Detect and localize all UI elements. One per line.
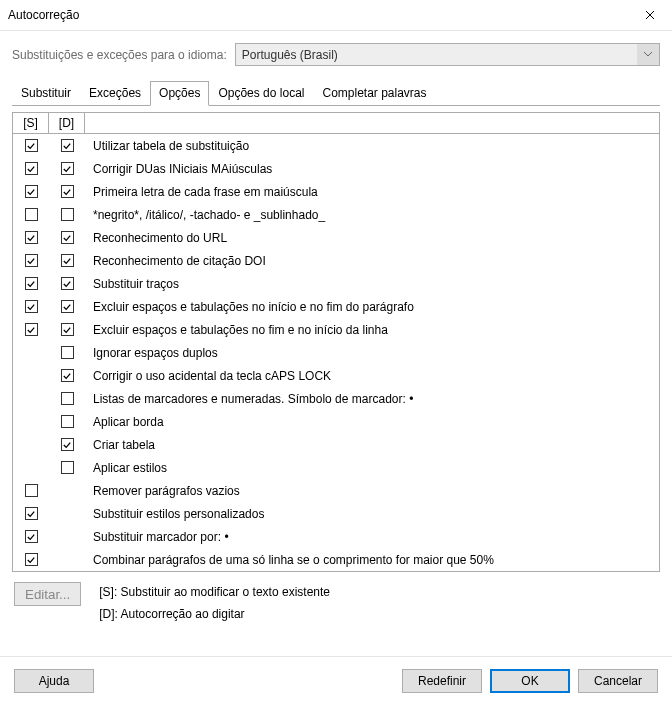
- cell-s: [13, 300, 49, 313]
- chevron-down-icon: [637, 44, 659, 65]
- checkbox-d[interactable]: [61, 277, 74, 290]
- editar-button[interactable]: Editar...: [14, 582, 81, 606]
- cell-d: [49, 461, 85, 474]
- language-label: Substituições e exceções para o idioma:: [12, 48, 227, 62]
- option-row: Primeira letra de cada frase em maiúscul…: [13, 180, 659, 203]
- option-label[interactable]: Aplicar borda: [85, 415, 659, 429]
- option-row: Listas de marcadores e numeradas. Símbol…: [13, 387, 659, 410]
- option-row: Criar tabela: [13, 433, 659, 456]
- checkbox-d[interactable]: [61, 185, 74, 198]
- option-row: Reconhecimento de citação DOI: [13, 249, 659, 272]
- option-row: Aplicar estilos: [13, 456, 659, 479]
- language-select[interactable]: Português (Brasil): [235, 43, 660, 66]
- cell-s: [13, 323, 49, 336]
- checkbox-s[interactable]: [25, 254, 38, 267]
- option-row: Substituir estilos personalizados: [13, 502, 659, 525]
- option-row: Corrigir o uso acidental da tecla cAPS L…: [13, 364, 659, 387]
- header-s[interactable]: [S]: [13, 113, 49, 133]
- option-label[interactable]: Criar tabela: [85, 438, 659, 452]
- checkbox-d[interactable]: [61, 392, 74, 405]
- option-label[interactable]: Corrigir o uso acidental da tecla cAPS L…: [85, 369, 659, 383]
- checkbox-s[interactable]: [25, 231, 38, 244]
- option-label[interactable]: *negrito*, /itálico/, -tachado- e _subli…: [85, 208, 659, 222]
- option-label[interactable]: Reconhecimento de citação DOI: [85, 254, 659, 268]
- cell-d: [49, 162, 85, 175]
- option-label[interactable]: Utilizar tabela de substituição: [85, 139, 659, 153]
- option-row: Ignorar espaços duplos: [13, 341, 659, 364]
- cell-s: [13, 231, 49, 244]
- checkbox-s[interactable]: [25, 300, 38, 313]
- titlebar: Autocorreção: [0, 0, 672, 31]
- checkbox-d[interactable]: [61, 461, 74, 474]
- header-d[interactable]: [D]: [49, 113, 85, 133]
- tab-substituir[interactable]: Substituir: [12, 81, 80, 106]
- option-label[interactable]: Excluir espaços e tabulações no fim e no…: [85, 323, 659, 337]
- option-row: Excluir espaços e tabulações no fim e no…: [13, 318, 659, 341]
- cell-s: [13, 530, 49, 543]
- option-label[interactable]: Listas de marcadores e numeradas. Símbol…: [85, 392, 659, 406]
- option-label[interactable]: Substituir marcador por: •: [85, 530, 659, 544]
- tab-completar[interactable]: Completar palavras: [313, 81, 435, 106]
- tab-opcoes[interactable]: Opções: [150, 81, 209, 106]
- checkbox-d[interactable]: [61, 139, 74, 152]
- checkbox-d[interactable]: [61, 438, 74, 451]
- checkbox-s[interactable]: [25, 162, 38, 175]
- language-value: Português (Brasil): [242, 48, 338, 62]
- close-button[interactable]: [627, 0, 672, 30]
- cell-d: [49, 369, 85, 382]
- checkbox-d[interactable]: [61, 415, 74, 428]
- tab-excecoes[interactable]: Exceções: [80, 81, 150, 106]
- checkbox-s[interactable]: [25, 139, 38, 152]
- cell-s: [13, 139, 49, 152]
- checkbox-d[interactable]: [61, 231, 74, 244]
- redefinir-button[interactable]: Redefinir: [402, 669, 482, 693]
- checkbox-d[interactable]: [61, 369, 74, 382]
- tab-opcoes-local[interactable]: Opções do local: [209, 81, 313, 106]
- grid-header: [S] [D]: [12, 112, 660, 134]
- option-row: *negrito*, /itálico/, -tachado- e _subli…: [13, 203, 659, 226]
- checkbox-s[interactable]: [25, 507, 38, 520]
- option-label[interactable]: Primeira letra de cada frase em maiúscul…: [85, 185, 659, 199]
- option-label[interactable]: Substituir estilos personalizados: [85, 507, 659, 521]
- checkbox-d[interactable]: [61, 300, 74, 313]
- checkbox-s[interactable]: [25, 484, 38, 497]
- option-row: Substituir marcador por: •: [13, 525, 659, 548]
- checkbox-d[interactable]: [61, 323, 74, 336]
- option-label[interactable]: Remover parágrafos vazios: [85, 484, 659, 498]
- cell-s: [13, 277, 49, 290]
- ajuda-button[interactable]: Ajuda: [14, 669, 94, 693]
- ok-button[interactable]: OK: [490, 669, 570, 693]
- option-row: Substituir traços: [13, 272, 659, 295]
- option-label[interactable]: Ignorar espaços duplos: [85, 346, 659, 360]
- grid-body: Utilizar tabela de substituiçãoCorrigir …: [12, 134, 660, 572]
- checkbox-s[interactable]: [25, 530, 38, 543]
- cell-s: [13, 553, 49, 566]
- checkbox-d[interactable]: [61, 162, 74, 175]
- checkbox-d[interactable]: [61, 208, 74, 221]
- option-label[interactable]: Aplicar estilos: [85, 461, 659, 475]
- option-label[interactable]: Reconhecimento do URL: [85, 231, 659, 245]
- checkbox-s[interactable]: [25, 277, 38, 290]
- cell-s: [13, 507, 49, 520]
- checkbox-s[interactable]: [25, 323, 38, 336]
- checkbox-d[interactable]: [61, 254, 74, 267]
- cancelar-button[interactable]: Cancelar: [578, 669, 658, 693]
- cell-d: [49, 438, 85, 451]
- option-row: Corrigir DUas INiciais MAiúsculas: [13, 157, 659, 180]
- footer: Ajuda Redefinir OK Cancelar: [0, 656, 672, 707]
- tab-bar: Substituir Exceções Opções Opções do loc…: [12, 80, 660, 106]
- option-label[interactable]: Combinar parágrafos de uma só linha se o…: [85, 553, 659, 567]
- option-label[interactable]: Excluir espaços e tabulações no início e…: [85, 300, 659, 314]
- checkbox-d[interactable]: [61, 346, 74, 359]
- option-row: Aplicar borda: [13, 410, 659, 433]
- option-row: Combinar parágrafos de uma só linha se o…: [13, 548, 659, 571]
- cell-s: [13, 162, 49, 175]
- cell-d: [49, 254, 85, 267]
- checkbox-s[interactable]: [25, 208, 38, 221]
- checkbox-s[interactable]: [25, 185, 38, 198]
- cell-s: [13, 208, 49, 221]
- cell-d: [49, 231, 85, 244]
- option-label[interactable]: Corrigir DUas INiciais MAiúsculas: [85, 162, 659, 176]
- option-label[interactable]: Substituir traços: [85, 277, 659, 291]
- checkbox-s[interactable]: [25, 553, 38, 566]
